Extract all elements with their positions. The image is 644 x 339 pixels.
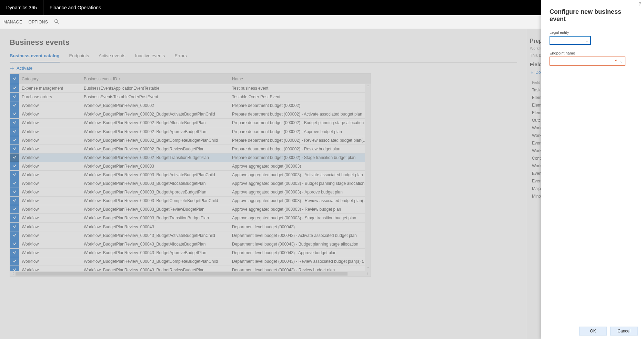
table-row[interactable]: WorkflowWorkflow_BudgetPlanReview_000043…: [10, 240, 371, 249]
horizontal-scrollbar[interactable]: 〈 〉: [10, 271, 371, 277]
tab-active-events[interactable]: Active events: [99, 51, 125, 62]
cell-business-event-id: Workflow_BudgetPlanReview_000002_BudgetR…: [81, 147, 229, 151]
tab-errors[interactable]: Errors: [174, 51, 187, 62]
cell-name: Approve aggregated budget (000003) - Sta…: [229, 216, 371, 220]
row-checkbox[interactable]: [10, 231, 19, 240]
cell-category: Workflow: [19, 233, 81, 238]
legal-entity-dropdown[interactable]: ⌄: [550, 36, 591, 45]
scroll-up-icon[interactable]: ˄: [367, 84, 369, 89]
header-name[interactable]: Name: [229, 77, 371, 81]
row-checkbox[interactable]: [10, 84, 19, 92]
table-row[interactable]: WorkflowWorkflow_BudgetPlanReview_000002…: [10, 127, 371, 136]
table-row[interactable]: WorkflowWorkflow_BudgetPlanReview_000003…: [10, 205, 371, 214]
tab-endpoints[interactable]: Endpoints: [69, 51, 89, 62]
table-row[interactable]: Expense managementBusinessEventsApplicat…: [10, 84, 371, 93]
table-row[interactable]: WorkflowWorkflow_BudgetPlanReview_000043…: [10, 249, 371, 257]
cell-business-event-id: Workflow_BudgetPlanReview_000003_BudgetA…: [81, 190, 229, 195]
row-checkbox[interactable]: [10, 197, 19, 205]
row-checkbox[interactable]: [10, 119, 19, 127]
row-checkbox[interactable]: [10, 266, 19, 271]
tab-inactive-events[interactable]: Inactive events: [135, 51, 165, 62]
endpoint-name-dropdown[interactable]: * ⌄: [550, 57, 625, 66]
cell-business-event-id: Workflow_BudgetPlanReview_000043_BudgetR…: [81, 268, 229, 271]
table-row[interactable]: WorkflowWorkflow_BudgetPlanReview_000003…: [10, 188, 371, 197]
cancel-button[interactable]: Cancel: [610, 327, 638, 336]
table-row[interactable]: WorkflowWorkflow_BudgetPlanReview_000002…: [10, 110, 371, 119]
cell-business-event-id: Workflow_BudgetPlanReview_000043_BudgetC…: [81, 259, 229, 264]
cell-category: Workflow: [19, 190, 81, 195]
table-row[interactable]: WorkflowWorkflow_BudgetPlanReview_000003…: [10, 214, 371, 222]
cell-category: Workflow: [19, 129, 81, 134]
scroll-down-icon[interactable]: ˅: [367, 266, 369, 271]
ok-button[interactable]: OK: [579, 327, 607, 336]
cell-name: Prepare department budget (000002) - Bud…: [229, 120, 371, 125]
table-row[interactable]: Purchase ordersBusinessEventsTestableOrd…: [10, 93, 371, 101]
table-row[interactable]: WorkflowWorkflow_BudgetPlanReview_000002…: [10, 153, 371, 162]
action-options[interactable]: OPTIONS: [28, 20, 48, 24]
table-row[interactable]: WorkflowWorkflow_BudgetPlanReview_000003…: [10, 162, 371, 171]
cell-business-event-id: Workflow_BudgetPlanReview_000043_BudgetA…: [81, 250, 229, 255]
grid-header: Category Business event ID ↑ Name: [10, 74, 371, 84]
row-checkbox[interactable]: [10, 179, 19, 188]
cell-name: Department level budget (000043) - Appro…: [229, 250, 371, 255]
cell-business-event-id: Workflow_BudgetPlanReview_000003_BudgetA…: [81, 172, 229, 177]
row-checkbox[interactable]: [10, 127, 19, 136]
cell-business-event-id: Workflow_BudgetPlanReview_000002_BudgetT…: [81, 155, 229, 160]
tab-business-event-catalog[interactable]: Business event catalog: [10, 51, 60, 62]
endpoint-name-label: Endpoint name: [550, 51, 636, 55]
action-manage[interactable]: MANAGE: [3, 20, 22, 24]
row-checkbox[interactable]: [10, 214, 19, 222]
cell-business-event-id: Workflow_BudgetPlanReview_000003_BudgetA…: [81, 181, 229, 186]
header-bid-label: Business event ID: [84, 77, 117, 81]
table-row[interactable]: WorkflowWorkflow_BudgetPlanReview_000043…: [10, 223, 371, 231]
svg-point-0: [55, 19, 58, 22]
row-checkbox[interactable]: [10, 153, 19, 162]
row-checkbox[interactable]: [10, 205, 19, 213]
cell-name: Department level budget (000043): [229, 225, 371, 229]
row-checkbox[interactable]: [10, 136, 19, 144]
table-row[interactable]: WorkflowWorkflow_BudgetPlanReview_000043…: [10, 257, 371, 266]
help-icon[interactable]: ?: [639, 1, 641, 7]
cell-category: Workflow: [19, 147, 81, 151]
row-checkbox[interactable]: [10, 240, 19, 248]
vertical-scrollbar[interactable]: ˄ ˅: [365, 84, 371, 271]
row-checkbox[interactable]: [10, 162, 19, 170]
cell-category: Workflow: [19, 198, 81, 203]
row-checkbox[interactable]: [10, 257, 19, 266]
table-row[interactable]: WorkflowWorkflow_BudgetPlanReview_000003…: [10, 179, 371, 188]
dialog-title: Configure new business event: [550, 8, 636, 23]
app-label[interactable]: Finance and Operations: [43, 0, 107, 15]
row-checkbox[interactable]: [10, 223, 19, 231]
cell-category: Workflow: [19, 138, 81, 143]
table-row[interactable]: WorkflowWorkflow_BudgetPlanReview_000002…: [10, 119, 371, 127]
cell-category: Workflow: [19, 207, 81, 212]
table-row[interactable]: WorkflowWorkflow_BudgetPlanReview_000002…: [10, 101, 371, 110]
header-category[interactable]: Category: [19, 77, 81, 81]
row-checkbox[interactable]: [10, 145, 19, 153]
select-all-checkbox[interactable]: [10, 74, 19, 84]
search-icon[interactable]: [54, 19, 59, 25]
table-row[interactable]: WorkflowWorkflow_BudgetPlanReview_000043…: [10, 266, 371, 271]
row-checkbox[interactable]: [10, 110, 19, 118]
row-checkbox[interactable]: [10, 171, 19, 179]
row-checkbox[interactable]: [10, 93, 19, 101]
cell-name: Department level budget (000043) - Revie…: [229, 259, 371, 264]
cell-name: Prepare department budget (000002) - App…: [229, 129, 371, 134]
row-checkbox[interactable]: [10, 249, 19, 257]
table-row[interactable]: WorkflowWorkflow_BudgetPlanReview_000043…: [10, 231, 371, 240]
required-indicator-icon: *: [615, 59, 617, 63]
brand-label[interactable]: Dynamics 365: [0, 0, 43, 15]
text-cursor: [552, 38, 552, 43]
cell-name: Department level budget (000043) - Revie…: [229, 268, 371, 271]
table-row[interactable]: WorkflowWorkflow_BudgetPlanReview_000002…: [10, 145, 371, 153]
row-checkbox[interactable]: [10, 101, 19, 110]
table-row[interactable]: WorkflowWorkflow_BudgetPlanReview_000002…: [10, 136, 371, 145]
cell-business-event-id: Workflow_BudgetPlanReview_000003_BudgetT…: [81, 216, 229, 220]
table-row[interactable]: WorkflowWorkflow_BudgetPlanReview_000003…: [10, 197, 371, 205]
scroll-left-icon[interactable]: 〈: [11, 271, 14, 276]
header-business-event-id[interactable]: Business event ID ↑: [81, 77, 229, 81]
cell-name: Prepare department budget (000002) - Act…: [229, 112, 371, 117]
table-row[interactable]: WorkflowWorkflow_BudgetPlanReview_000003…: [10, 171, 371, 179]
row-checkbox[interactable]: [10, 188, 19, 196]
scroll-right-icon[interactable]: 〉: [366, 271, 370, 276]
